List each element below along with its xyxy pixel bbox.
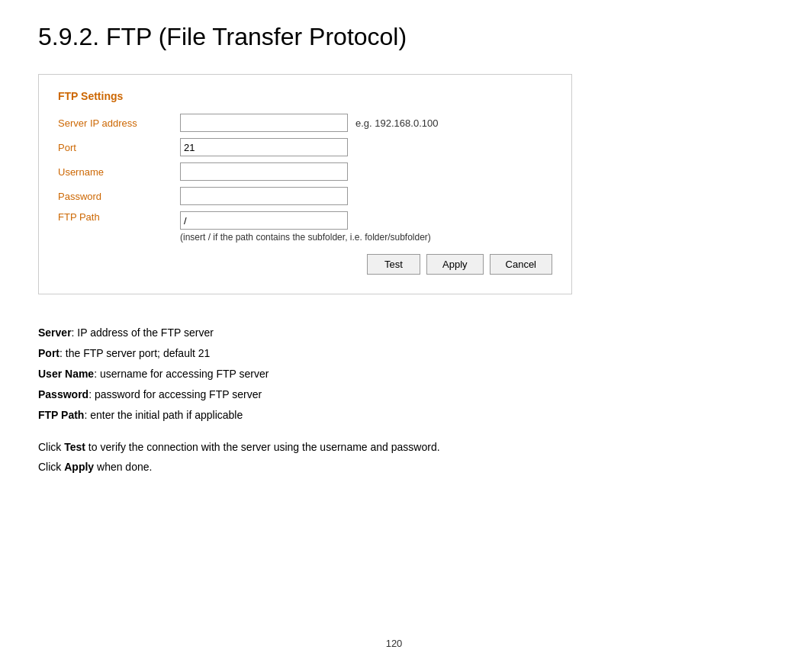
username-input[interactable]	[180, 162, 348, 181]
desc-username: User Name: username for accessing FTP se…	[38, 366, 750, 382]
username-row: Username	[58, 162, 552, 181]
ftp-path-label: FTP Path	[58, 211, 180, 223]
ftp-path-input[interactable]	[180, 211, 348, 230]
settings-title: FTP Settings	[58, 90, 552, 102]
page-title: 5.9.2. FTP (File Transfer Protocol)	[38, 23, 750, 51]
server-ip-row: Server IP address e.g. 192.168.0.100	[58, 114, 552, 132]
desc-password: Password: password for accessing FTP ser…	[38, 387, 750, 403]
description-section: Server: IP address of the FTP server Por…	[38, 325, 750, 423]
desc-port: Port: the FTP server port; default 21	[38, 346, 750, 362]
desc-server: Server: IP address of the FTP server	[38, 325, 750, 341]
ftp-path-row: FTP Path (insert / if the path contains …	[58, 211, 552, 243]
cancel-button[interactable]: Cancel	[490, 254, 552, 275]
button-row: Test Apply Cancel	[58, 254, 552, 275]
click-info: Click Test to verify the connection with…	[38, 439, 750, 476]
apply-button[interactable]: Apply	[426, 254, 484, 275]
username-label: Username	[58, 166, 180, 178]
click-apply-info: Click Apply when done.	[38, 458, 750, 475]
ftp-path-inputs: (insert / if the path contains the subfo…	[180, 211, 431, 243]
server-ip-input[interactable]	[180, 114, 348, 132]
port-input[interactable]	[180, 138, 348, 156]
port-label: Port	[58, 142, 180, 153]
ftp-settings-box: FTP Settings Server IP address e.g. 192.…	[38, 74, 572, 294]
ftp-path-hint: (insert / if the path contains the subfo…	[180, 232, 431, 243]
password-row: Password	[58, 187, 552, 205]
port-row: Port	[58, 138, 552, 156]
page-number: 120	[386, 638, 403, 649]
desc-ftppath: FTP Path: enter the initial path if appl…	[38, 407, 750, 423]
test-button[interactable]: Test	[367, 254, 420, 275]
password-label: Password	[58, 191, 180, 202]
server-ip-label: Server IP address	[58, 117, 180, 129]
server-ip-hint: e.g. 192.168.0.100	[355, 117, 438, 129]
password-input[interactable]	[180, 187, 348, 205]
click-test-info: Click Test to verify the connection with…	[38, 439, 750, 455]
